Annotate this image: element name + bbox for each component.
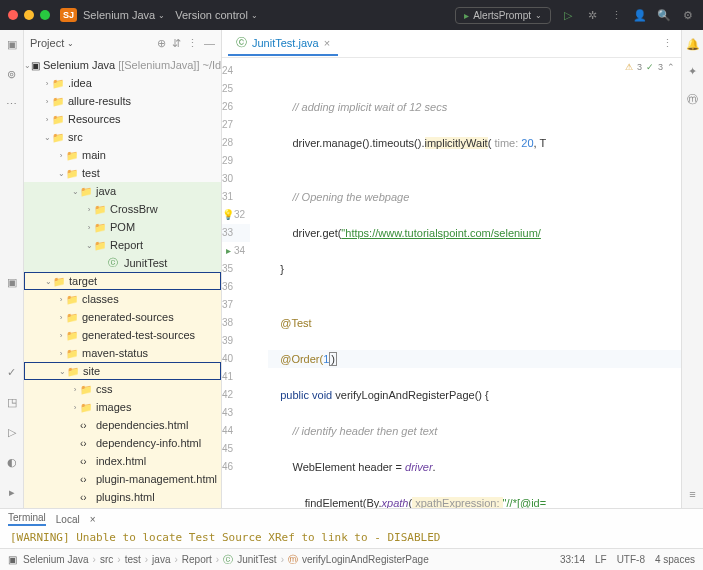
editor-tab[interactable]: ⓒ JunitTest.java × bbox=[228, 31, 338, 56]
tab-label: JunitTest.java bbox=[252, 37, 319, 49]
file-icon: ⓒ bbox=[236, 35, 247, 50]
close-icon[interactable]: × bbox=[90, 514, 96, 525]
chevron-down-icon: ⌄ bbox=[535, 11, 542, 20]
db-icon[interactable]: ≡ bbox=[689, 488, 695, 500]
search-icon[interactable]: 🔍 bbox=[657, 8, 671, 22]
commit-tool-icon[interactable]: ⊚ bbox=[4, 66, 20, 82]
tree-item[interactable]: ›📁generated-test-sources bbox=[24, 326, 221, 344]
run-config[interactable]: ▸AlertsPrompt⌄ bbox=[455, 7, 551, 24]
bookmarks-icon[interactable]: ✓ bbox=[4, 364, 20, 380]
chevron-down-icon: ⌃ bbox=[667, 62, 675, 72]
tree-item[interactable]: ›📁POM bbox=[24, 218, 221, 236]
tree-item[interactable]: ›📁images bbox=[24, 398, 221, 416]
hide-icon[interactable]: — bbox=[204, 37, 215, 50]
tab-options-icon[interactable]: ⋮ bbox=[662, 37, 673, 50]
more-tool-icon[interactable]: ⋯ bbox=[4, 96, 20, 112]
settings-icon[interactable]: ⚙ bbox=[681, 8, 695, 22]
project-panel: Project ⌄ ⊕ ⇵ ⋮ — ⌄▣Selenium Java[[Selen… bbox=[24, 30, 222, 508]
terminal-tab[interactable]: Terminal bbox=[8, 512, 46, 526]
notifications-icon[interactable]: 🔔 bbox=[686, 38, 700, 51]
inspections-widget[interactable]: ⚠3 ✓3 ⌃ bbox=[625, 62, 675, 72]
tree-item[interactable]: ‹›plugins.html bbox=[24, 488, 221, 506]
tree-item[interactable]: ⌄📁test bbox=[24, 164, 221, 182]
project-dropdown[interactable]: Selenium Java⌄ bbox=[83, 9, 165, 21]
user-icon[interactable]: 👤 bbox=[633, 8, 647, 22]
tree-root[interactable]: ⌄▣Selenium Java[[SeleniumJava]]~/IdeaPro… bbox=[24, 56, 221, 74]
tree-item[interactable]: ›📁maven-status bbox=[24, 344, 221, 362]
maximize-icon[interactable] bbox=[40, 10, 50, 20]
cursor-position[interactable]: 33:14 bbox=[560, 554, 585, 565]
tree-item[interactable]: ‹›index.html bbox=[24, 452, 221, 470]
breadcrumb[interactable]: Selenium Java› src› test› java› Report› … bbox=[23, 553, 429, 567]
tree-item[interactable]: ›📁allure-results bbox=[24, 92, 221, 110]
project-badge: SJ bbox=[60, 8, 77, 22]
minimize-icon[interactable] bbox=[24, 10, 34, 20]
left-tool-strip: ▣ ⊚ ⋯ ▣ ✓ ◳ ▷ ◐ ▸ bbox=[0, 30, 24, 508]
tree-item[interactable]: ›📁css bbox=[24, 380, 221, 398]
tree-item[interactable]: ›📁generated-sources bbox=[24, 308, 221, 326]
tree-item[interactable]: ›📁main bbox=[24, 146, 221, 164]
tree-target[interactable]: ⌄📁target bbox=[24, 272, 221, 290]
project-panel-title[interactable]: Project bbox=[30, 37, 64, 49]
tree-item[interactable]: ‹›project-info.html bbox=[24, 506, 221, 508]
tree-item[interactable]: ⓒJunitTest bbox=[24, 254, 221, 272]
tree-item[interactable]: ›📁.idea bbox=[24, 74, 221, 92]
code-area[interactable]: // adding implicit wait of 12 secs drive… bbox=[260, 58, 681, 508]
debug-icon[interactable]: ✲ bbox=[585, 8, 599, 22]
encoding[interactable]: UTF-8 bbox=[617, 554, 645, 565]
vcs-dropdown[interactable]: Version control⌄ bbox=[175, 9, 258, 21]
options-icon[interactable]: ⋮ bbox=[187, 37, 198, 50]
build-icon[interactable]: ◳ bbox=[4, 394, 20, 410]
notifications-icon[interactable]: ▣ bbox=[4, 274, 20, 290]
project-tool-icon[interactable]: ▣ bbox=[4, 36, 20, 52]
tree-item[interactable]: ‹›dependencies.html bbox=[24, 416, 221, 434]
tree-item[interactable]: ⌄📁Report bbox=[24, 236, 221, 254]
editor: ⓒ JunitTest.java × ⋮ ⚠3 ✓3 ⌃ 24 25 26 27… bbox=[222, 30, 681, 508]
project-panel-header: Project ⌄ ⊕ ⇵ ⋮ — bbox=[24, 30, 221, 56]
status-bar: ▣ Selenium Java› src› test› java› Report… bbox=[0, 548, 703, 570]
locate-icon[interactable]: ⊕ bbox=[157, 37, 166, 50]
run-gutter-icon[interactable]: ▸ bbox=[222, 242, 234, 260]
tree-item[interactable]: ⌄📁src bbox=[24, 128, 221, 146]
window-controls bbox=[8, 10, 50, 20]
chevron-down-icon: ⌄ bbox=[251, 11, 258, 20]
indent[interactable]: 4 spaces bbox=[655, 554, 695, 565]
tree-item[interactable]: ‹›plugin-management.html bbox=[24, 470, 221, 488]
tree-site[interactable]: ⌄📁site bbox=[24, 362, 221, 380]
maven-icon[interactable]: ⓜ bbox=[687, 92, 698, 107]
ai-icon[interactable]: ✦ bbox=[688, 65, 697, 78]
terminal-panel: Terminal Local × [WARNING] Unable to loc… bbox=[0, 508, 703, 548]
editor-tabs: ⓒ JunitTest.java × ⋮ bbox=[222, 30, 681, 58]
tree-item[interactable]: ›📁Resources bbox=[24, 110, 221, 128]
close-icon[interactable] bbox=[8, 10, 18, 20]
chevron-down-icon: ⌄ bbox=[158, 11, 165, 20]
tree-item[interactable]: ›📁classes bbox=[24, 290, 221, 308]
status-icon[interactable]: ▣ bbox=[8, 554, 17, 565]
line-ending[interactable]: LF bbox=[595, 554, 607, 565]
terminal-output[interactable]: [WARNING] Unable to locate Test Source X… bbox=[0, 529, 703, 546]
close-icon[interactable]: × bbox=[324, 37, 330, 49]
more-icon[interactable]: ⋮ bbox=[609, 8, 623, 22]
tree-item[interactable]: ⌄📁java bbox=[24, 182, 221, 200]
gutter: 24 25 26 27 28 29 30 31 💡32 33 ▸34 35 36… bbox=[222, 58, 260, 508]
debug-tool-icon[interactable]: ◐ bbox=[4, 454, 20, 470]
tree-item[interactable]: ‹›dependency-info.html bbox=[24, 434, 221, 452]
chevron-down-icon[interactable]: ⌄ bbox=[67, 39, 74, 48]
run-tool-icon[interactable]: ▷ bbox=[4, 424, 20, 440]
terminal-tab-local[interactable]: Local bbox=[56, 514, 80, 525]
right-tool-strip: 🔔 ✦ ⓜ ≡ bbox=[681, 30, 703, 508]
expand-icon[interactable]: ⇵ bbox=[172, 37, 181, 50]
bulb-icon[interactable]: 💡 bbox=[222, 206, 234, 224]
run-icon[interactable]: ▷ bbox=[561, 8, 575, 22]
tree-item[interactable]: ›📁CrossBrw bbox=[24, 200, 221, 218]
titlebar: SJ Selenium Java⌄ Version control⌄ ▸Aler… bbox=[0, 0, 703, 30]
project-tree: ⌄▣Selenium Java[[SeleniumJava]]~/IdeaPro… bbox=[24, 56, 221, 508]
terminal-tool-icon[interactable]: ▸ bbox=[4, 484, 20, 500]
